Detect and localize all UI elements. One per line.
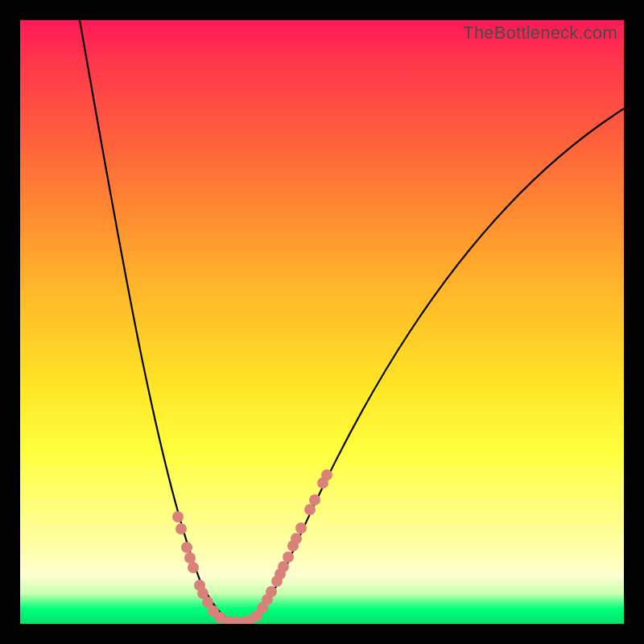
- curve-dot: [321, 469, 332, 481]
- dotted-overlay: [172, 469, 332, 624]
- watermark-text: TheBottleneck.com: [463, 23, 617, 43]
- curve-dot: [175, 523, 187, 535]
- curve-dot: [295, 522, 307, 534]
- curve-dot: [172, 511, 184, 522]
- curve-dot: [304, 504, 316, 515]
- bottleneck-curve: [80, 20, 624, 622]
- curve-dot: [278, 561, 289, 572]
- curve-layer: [20, 20, 624, 624]
- curve-dot: [181, 542, 192, 553]
- curve-dot: [184, 552, 196, 564]
- curve-dot: [188, 562, 199, 573]
- curve-dot: [266, 586, 277, 597]
- curve-dot: [291, 533, 302, 544]
- curve-dot: [283, 551, 294, 563]
- curve-dot: [309, 494, 320, 506]
- chart-frame: TheBottleneck.com: [20, 20, 624, 624]
